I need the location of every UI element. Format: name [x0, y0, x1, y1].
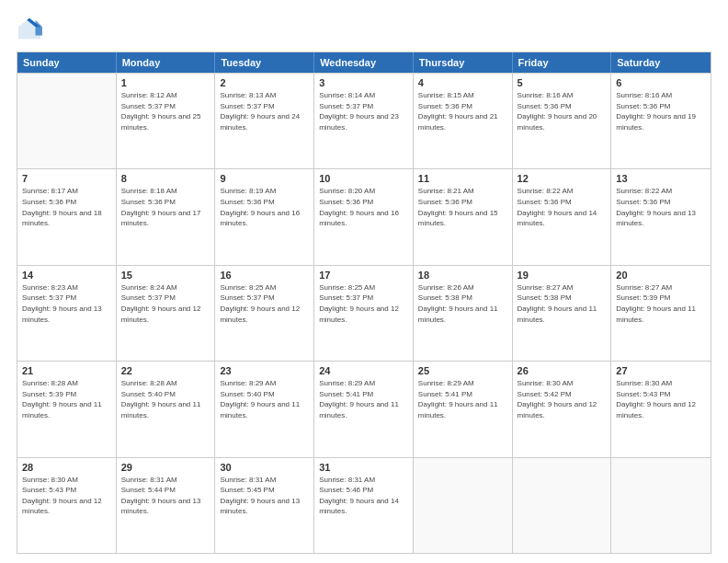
- cell-info: Sunrise: 8:30 AMSunset: 5:42 PMDaylight:…: [518, 378, 607, 420]
- calendar-cell: 17Sunrise: 8:25 AMSunset: 5:37 PMDayligh…: [314, 266, 414, 361]
- calendar-cell: 6Sunrise: 8:16 AMSunset: 5:36 PMDaylight…: [611, 74, 711, 168]
- calendar-week-0: 1Sunrise: 8:12 AMSunset: 5:37 PMDaylight…: [17, 73, 711, 168]
- calendar-cell: 20Sunrise: 8:27 AMSunset: 5:39 PMDayligh…: [611, 266, 711, 361]
- calendar-cell: 27Sunrise: 8:30 AMSunset: 5:43 PMDayligh…: [611, 362, 711, 456]
- calendar-week-2: 14Sunrise: 8:23 AMSunset: 5:37 PMDayligh…: [17, 265, 711, 361]
- calendar-cell: [17, 74, 117, 168]
- day-number: 8: [121, 173, 210, 184]
- day-number: 19: [518, 270, 607, 281]
- calendar-cell: 18Sunrise: 8:26 AMSunset: 5:38 PMDayligh…: [414, 266, 513, 361]
- day-number: 25: [418, 365, 507, 376]
- day-number: 31: [319, 462, 408, 473]
- cell-info: Sunrise: 8:19 AMSunset: 5:36 PMDaylight:…: [220, 186, 309, 228]
- calendar-cell: 29Sunrise: 8:31 AMSunset: 5:44 PMDayligh…: [117, 458, 216, 553]
- cell-info: Sunrise: 8:22 AMSunset: 5:36 PMDaylight:…: [518, 186, 607, 228]
- cell-info: Sunrise: 8:22 AMSunset: 5:36 PMDaylight:…: [616, 186, 706, 228]
- day-number: 16: [220, 270, 309, 281]
- cell-info: Sunrise: 8:29 AMSunset: 5:41 PMDaylight:…: [418, 378, 507, 420]
- cell-info: Sunrise: 8:31 AMSunset: 5:44 PMDaylight:…: [121, 475, 210, 517]
- cell-info: Sunrise: 8:18 AMSunset: 5:36 PMDaylight:…: [121, 186, 210, 228]
- calendar-cell: 30Sunrise: 8:31 AMSunset: 5:45 PMDayligh…: [215, 458, 314, 553]
- logo: [17, 17, 46, 42]
- logo-icon: [17, 17, 42, 42]
- header-day-tuesday: Tuesday: [215, 52, 314, 73]
- header-day-friday: Friday: [513, 52, 612, 73]
- calendar-header-row: SundayMondayTuesdayWednesdayThursdayFrid…: [17, 52, 711, 73]
- day-number: 21: [22, 365, 111, 376]
- cell-info: Sunrise: 8:27 AMSunset: 5:38 PMDaylight:…: [518, 282, 607, 325]
- calendar-cell: 4Sunrise: 8:15 AMSunset: 5:36 PMDaylight…: [414, 74, 513, 168]
- day-number: 2: [220, 77, 309, 88]
- cell-info: Sunrise: 8:29 AMSunset: 5:40 PMDaylight:…: [220, 378, 309, 420]
- calendar-cell: 8Sunrise: 8:18 AMSunset: 5:36 PMDaylight…: [117, 169, 216, 264]
- calendar-body: 1Sunrise: 8:12 AMSunset: 5:37 PMDaylight…: [17, 73, 711, 553]
- day-number: 24: [319, 365, 408, 376]
- calendar-cell: 2Sunrise: 8:13 AMSunset: 5:37 PMDaylight…: [215, 74, 314, 168]
- calendar-cell: 12Sunrise: 8:22 AMSunset: 5:36 PMDayligh…: [513, 169, 612, 264]
- calendar-cell: 28Sunrise: 8:30 AMSunset: 5:43 PMDayligh…: [17, 458, 117, 553]
- header-day-saturday: Saturday: [611, 52, 711, 73]
- calendar-week-3: 21Sunrise: 8:28 AMSunset: 5:39 PMDayligh…: [17, 361, 711, 456]
- calendar-week-1: 7Sunrise: 8:17 AMSunset: 5:36 PMDaylight…: [17, 168, 711, 264]
- header-day-monday: Monday: [117, 52, 216, 73]
- calendar-cell: 25Sunrise: 8:29 AMSunset: 5:41 PMDayligh…: [414, 362, 513, 456]
- day-number: 17: [319, 270, 408, 281]
- day-number: 7: [22, 173, 111, 184]
- calendar-cell: 26Sunrise: 8:30 AMSunset: 5:42 PMDayligh…: [513, 362, 612, 456]
- calendar-cell: 5Sunrise: 8:16 AMSunset: 5:36 PMDaylight…: [513, 74, 612, 168]
- calendar-cell: 15Sunrise: 8:24 AMSunset: 5:37 PMDayligh…: [117, 266, 216, 361]
- header-day-wednesday: Wednesday: [314, 52, 414, 73]
- day-number: 5: [518, 77, 607, 88]
- day-number: 15: [121, 270, 210, 281]
- day-number: 12: [518, 173, 607, 184]
- day-number: 13: [616, 173, 706, 184]
- day-number: 23: [220, 365, 309, 376]
- day-number: 22: [121, 365, 210, 376]
- day-number: 20: [616, 270, 706, 281]
- calendar-cell: 11Sunrise: 8:21 AMSunset: 5:36 PMDayligh…: [414, 169, 513, 264]
- day-number: 10: [319, 173, 408, 184]
- cell-info: Sunrise: 8:29 AMSunset: 5:41 PMDaylight:…: [319, 378, 408, 420]
- day-number: 28: [22, 462, 111, 473]
- day-number: 11: [418, 173, 507, 184]
- calendar-cell: [513, 458, 612, 553]
- calendar-cell: 3Sunrise: 8:14 AMSunset: 5:37 PMDaylight…: [314, 74, 414, 168]
- day-number: 4: [418, 77, 507, 88]
- calendar-cell: 21Sunrise: 8:28 AMSunset: 5:39 PMDayligh…: [17, 362, 117, 456]
- page: SundayMondayTuesdayWednesdayThursdayFrid…: [0, 0, 728, 563]
- calendar: SundayMondayTuesdayWednesdayThursdayFrid…: [17, 52, 711, 554]
- day-number: 18: [418, 270, 507, 281]
- calendar-cell: [414, 458, 513, 553]
- header-day-thursday: Thursday: [414, 52, 513, 73]
- cell-info: Sunrise: 8:25 AMSunset: 5:37 PMDaylight:…: [220, 282, 309, 325]
- cell-info: Sunrise: 8:28 AMSunset: 5:39 PMDaylight:…: [22, 378, 111, 420]
- header-day-sunday: Sunday: [17, 52, 117, 73]
- cell-info: Sunrise: 8:12 AMSunset: 5:37 PMDaylight:…: [121, 90, 210, 132]
- calendar-cell: 14Sunrise: 8:23 AMSunset: 5:37 PMDayligh…: [17, 266, 117, 361]
- calendar-cell: 22Sunrise: 8:28 AMSunset: 5:40 PMDayligh…: [117, 362, 216, 456]
- calendar-cell: 23Sunrise: 8:29 AMSunset: 5:40 PMDayligh…: [215, 362, 314, 456]
- cell-info: Sunrise: 8:27 AMSunset: 5:39 PMDaylight:…: [616, 282, 706, 325]
- day-number: 30: [220, 462, 309, 473]
- cell-info: Sunrise: 8:28 AMSunset: 5:40 PMDaylight:…: [121, 378, 210, 420]
- calendar-cell: [611, 458, 711, 553]
- day-number: 29: [121, 462, 210, 473]
- cell-info: Sunrise: 8:14 AMSunset: 5:37 PMDaylight:…: [319, 90, 408, 132]
- calendar-cell: 31Sunrise: 8:31 AMSunset: 5:46 PMDayligh…: [314, 458, 414, 553]
- cell-info: Sunrise: 8:17 AMSunset: 5:36 PMDaylight:…: [22, 186, 111, 228]
- cell-info: Sunrise: 8:26 AMSunset: 5:38 PMDaylight:…: [418, 282, 507, 325]
- day-number: 6: [616, 77, 706, 88]
- cell-info: Sunrise: 8:16 AMSunset: 5:36 PMDaylight:…: [518, 90, 607, 132]
- cell-info: Sunrise: 8:23 AMSunset: 5:37 PMDaylight:…: [22, 282, 111, 325]
- header: [17, 17, 711, 42]
- cell-info: Sunrise: 8:13 AMSunset: 5:37 PMDaylight:…: [220, 90, 309, 132]
- day-number: 27: [616, 365, 706, 376]
- cell-info: Sunrise: 8:30 AMSunset: 5:43 PMDaylight:…: [616, 378, 706, 420]
- cell-info: Sunrise: 8:21 AMSunset: 5:36 PMDaylight:…: [418, 186, 507, 228]
- day-number: 14: [22, 270, 111, 281]
- calendar-cell: 13Sunrise: 8:22 AMSunset: 5:36 PMDayligh…: [611, 169, 711, 264]
- cell-info: Sunrise: 8:15 AMSunset: 5:36 PMDaylight:…: [418, 90, 507, 132]
- calendar-cell: 9Sunrise: 8:19 AMSunset: 5:36 PMDaylight…: [215, 169, 314, 264]
- cell-info: Sunrise: 8:31 AMSunset: 5:45 PMDaylight:…: [220, 475, 309, 517]
- calendar-week-4: 28Sunrise: 8:30 AMSunset: 5:43 PMDayligh…: [17, 457, 711, 553]
